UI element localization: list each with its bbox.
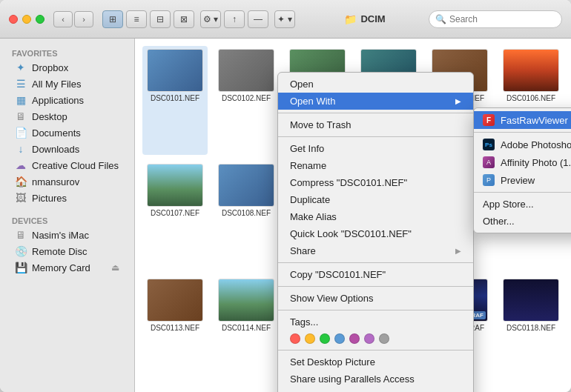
menu-item-share-parallels[interactable]: Share using Parallels Access xyxy=(278,371,473,388)
file-item[interactable]: DSC0107.NEF xyxy=(142,161,208,270)
file-item[interactable]: DSC0118.NEF xyxy=(498,276,564,385)
menu-item-tags[interactable]: Tags... xyxy=(278,313,473,330)
sidebar-item-applications[interactable]: ▦ Applications xyxy=(3,92,131,108)
icon-view-button[interactable]: ⊞ xyxy=(102,10,123,28)
sidebar-item-label: Downloads xyxy=(32,144,79,155)
menu-item-quick-look[interactable]: Quick Look "DSC0101.NEF" xyxy=(278,225,473,242)
menu-item-open[interactable]: Open xyxy=(278,76,473,93)
tag-magenta[interactable] xyxy=(364,333,374,344)
applications-icon: ▦ xyxy=(15,94,27,106)
search-input[interactable] xyxy=(449,14,555,24)
submenu-item-preview[interactable]: P Preview xyxy=(474,171,571,189)
menu-item-share[interactable]: Share ▶ xyxy=(278,242,473,259)
file-thumbnail xyxy=(503,279,559,322)
sidebar-item-label: Applications xyxy=(32,95,84,106)
submenu-item-appstore[interactable]: App Store... xyxy=(474,196,571,213)
menu-item-copy[interactable]: Copy "DSC0101.NEF" xyxy=(278,266,473,283)
share-button[interactable]: — xyxy=(248,10,268,28)
tag-orange[interactable] xyxy=(305,333,315,344)
file-item[interactable]: DSC0108.NEF xyxy=(214,161,279,270)
back-button[interactable]: ‹ xyxy=(53,11,73,27)
file-item[interactable]: DSC0113.NEF xyxy=(142,276,208,385)
sidebar-item-remote-disc[interactable]: 💿 Remote Disc xyxy=(3,243,131,259)
open-with-submenu: F FastRawViewer (default) (1.4.3) Ps Ado… xyxy=(473,107,571,233)
file-name: DSC0101.NEF xyxy=(151,94,199,102)
disc-icon: 💿 xyxy=(15,245,27,257)
menu-item-make-alias[interactable]: Make Alias xyxy=(278,208,473,225)
folder-icon: 📁 xyxy=(344,13,357,25)
tag-gray[interactable] xyxy=(379,333,389,344)
sidebar-item-desktop[interactable]: 🖥 Desktop xyxy=(3,108,131,124)
file-item[interactable]: DSC0102.NEF xyxy=(214,46,279,155)
search-icon: 🔍 xyxy=(435,14,446,24)
column-view-button[interactable]: ⊟ xyxy=(150,10,171,28)
menu-item-reveal-windows[interactable]: Reveal in Windows xyxy=(278,388,473,392)
preview-icon: P xyxy=(483,174,495,186)
sidebar-item-memory-card[interactable]: 💾 Memory Card ⏏ xyxy=(3,259,131,276)
forward-button[interactable]: › xyxy=(74,11,93,27)
menu-separator xyxy=(278,286,473,287)
menu-item-get-info[interactable]: Get Info xyxy=(278,140,473,157)
submenu-item-fastraw[interactable]: F FastRawViewer (default) (1.4.3) xyxy=(474,111,571,129)
tag-red[interactable] xyxy=(290,333,300,344)
sidebar-item-creative-cloud[interactable]: ☁ Creative Cloud Files xyxy=(3,157,131,173)
imac-icon: 🖥 xyxy=(15,229,27,241)
sidebar-item-label: Documents xyxy=(32,127,81,139)
close-button[interactable] xyxy=(9,15,18,24)
submenu-arrow-icon: ▶ xyxy=(455,247,461,255)
sidebar-item-all-my-files[interactable]: ☰ All My Files xyxy=(3,76,131,92)
sidebar-item-nmansurov[interactable]: 🏠 nmansurov xyxy=(3,173,131,190)
submenu-arrow-icon: ▶ xyxy=(455,97,461,105)
menu-item-duplicate[interactable]: Duplicate xyxy=(278,191,473,208)
sidebar-item-documents[interactable]: 📄 Documents xyxy=(3,124,131,141)
menu-item-compress[interactable]: Compress "DSC0101.NEF" xyxy=(278,174,473,191)
menu-item-label: Share xyxy=(290,245,316,256)
arrange-button[interactable]: ⚙ ▾ xyxy=(200,10,221,28)
action-button[interactable]: ↑ xyxy=(224,10,245,28)
menu-item-set-desktop[interactable]: Set Desktop Picture xyxy=(278,353,473,371)
menu-item-label: Move to Trash xyxy=(290,119,351,130)
sidebar-item-dropbox[interactable]: ✦ Dropbox xyxy=(3,59,131,76)
menu-separator xyxy=(278,262,473,263)
sidebar-item-label: nmansurov xyxy=(32,176,79,187)
cover-flow-button[interactable]: ⊠ xyxy=(174,10,194,28)
memory-card-icon: 💾 xyxy=(15,262,27,273)
context-menu: Open Open With ▶ F FastRawViewer (defaul… xyxy=(277,72,474,392)
file-thumbnail xyxy=(147,279,203,322)
tag-blue[interactable] xyxy=(334,333,345,344)
menu-item-label: Set Desktop Picture xyxy=(290,356,375,368)
view-buttons: ⊞ ≡ ⊟ ⊠ xyxy=(102,10,194,28)
tag-green[interactable] xyxy=(320,333,330,344)
list-view-button[interactable]: ≡ xyxy=(126,10,147,28)
dropbox-button[interactable]: ✦ ▾ xyxy=(274,10,295,28)
file-name: DSC0102.NEF xyxy=(222,94,271,102)
menu-item-move-to-trash[interactable]: Move to Trash xyxy=(278,116,473,133)
file-item[interactable]: DSC0114.NEF xyxy=(214,276,279,385)
menu-item-label: Share using Parallels Access xyxy=(290,373,415,385)
creative-cloud-icon: ☁ xyxy=(15,159,27,171)
devices-section-title: Devices xyxy=(0,212,134,227)
menu-separator xyxy=(278,136,473,137)
sidebar-item-label: All My Files xyxy=(32,79,81,90)
maximize-button[interactable] xyxy=(36,15,44,24)
menu-item-rename[interactable]: Rename xyxy=(278,157,473,174)
dropbox-icon: ✦ xyxy=(15,62,27,73)
minimize-button[interactable] xyxy=(22,15,31,24)
submenu-separator xyxy=(474,132,571,133)
file-item[interactable]: DSC0101.NEF xyxy=(142,46,208,155)
submenu-item-photoshop[interactable]: Ps Adobe Photoshop CC 2017 xyxy=(474,136,571,153)
sidebar-item-pictures[interactable]: 🖼 Pictures xyxy=(3,190,131,206)
search-bar[interactable]: 🔍 xyxy=(429,10,562,28)
sidebar-item-nasims-imac[interactable]: 🖥 Nasim's iMac xyxy=(3,227,131,243)
sidebar-item-downloads[interactable]: ↓ Downloads xyxy=(3,141,131,157)
tag-purple[interactable] xyxy=(349,333,360,344)
file-name: DSC0108.NEF xyxy=(222,209,271,217)
file-thumbnail xyxy=(218,164,274,207)
file-thumbnail xyxy=(147,49,203,92)
submenu-item-affinity[interactable]: A Affinity Photo (1.5.2) xyxy=(474,153,571,171)
submenu-item-other[interactable]: Other... xyxy=(474,213,571,230)
eject-icon[interactable]: ⏏ xyxy=(111,262,119,273)
menu-item-open-with[interactable]: Open With ▶ F FastRawViewer (default) (1… xyxy=(278,93,473,110)
menu-item-label: Copy "DSC0101.NEF" xyxy=(290,269,386,280)
menu-item-show-view-options[interactable]: Show View Options xyxy=(278,290,473,307)
